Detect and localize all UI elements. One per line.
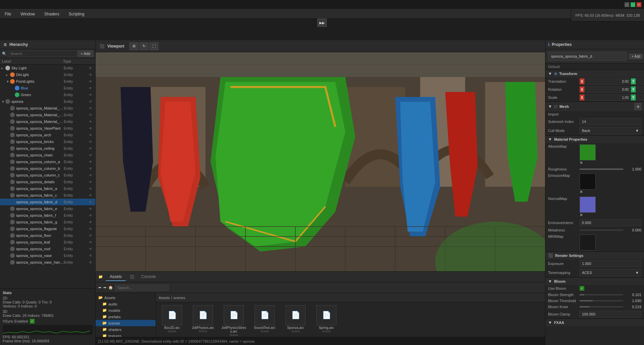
tree-item-9[interactable]: sponza_sponza_Material__47Entity👁 bbox=[0, 118, 95, 125]
albedo-texture[interactable] bbox=[580, 144, 596, 160]
tree-item-visibility[interactable]: 👁 bbox=[87, 180, 94, 184]
tree-item-visibility[interactable]: 👁 bbox=[87, 240, 94, 244]
albedo-texture-slot[interactable]: ✕ bbox=[580, 144, 596, 165]
tree-item-visibility[interactable]: 👁 bbox=[87, 127, 94, 130]
render-settings-header[interactable]: ⬛ Render Settings bbox=[545, 252, 644, 259]
scale-y-field[interactable] bbox=[636, 94, 644, 100]
tree-item-30[interactable]: sponza_sponza_vase_hangingEntity👁 bbox=[0, 259, 95, 266]
tree-item-13[interactable]: sponza_sponza_ceilingEntity👁 bbox=[0, 145, 95, 152]
path-root[interactable]: Assets bbox=[159, 296, 170, 300]
tree-item-visibility[interactable]: 👁 bbox=[87, 107, 94, 110]
mesh-section-header[interactable]: ▼ ⬡ Mesh ⚙ bbox=[545, 102, 644, 111]
tree-item-visibility[interactable]: 👁 bbox=[87, 200, 94, 204]
mesh-settings-button[interactable]: ⚙ bbox=[635, 103, 641, 110]
tree-item-5[interactable]: GreenEntity👁 bbox=[0, 91, 95, 98]
hierarchy-search-input[interactable] bbox=[8, 51, 76, 57]
use-bloom-checkbox[interactable]: ✓ bbox=[580, 286, 584, 291]
tree-item-visibility[interactable]: 👁 bbox=[87, 120, 94, 124]
bloom-section-header[interactable]: ▼ Bloom bbox=[545, 278, 644, 285]
tree-item-visibility[interactable]: 👁 bbox=[87, 174, 94, 177]
rotation-x-field[interactable] bbox=[584, 86, 630, 92]
tree-item-visibility[interactable]: 👁 bbox=[87, 113, 94, 117]
tree-item-3[interactable]: ▼PointLightsEntity👁 bbox=[0, 78, 95, 85]
submesh-value[interactable] bbox=[580, 118, 641, 125]
asset-file-Spring.arc[interactable]: 📄Spring.arcScene bbox=[313, 305, 340, 337]
cullmode-dropdown[interactable]: Back ▼ bbox=[580, 127, 641, 134]
entity-name-field[interactable]: sponza_sponza_fabric_d bbox=[548, 52, 627, 61]
tree-item-visibility[interactable]: 👁 bbox=[87, 207, 94, 211]
bloom-threshold-slider[interactable] bbox=[580, 300, 623, 301]
forward-button[interactable]: ▶▶ bbox=[317, 19, 327, 27]
folder-item-prefabs[interactable]: 📁prefabs bbox=[96, 314, 156, 320]
exposure-value[interactable] bbox=[580, 260, 641, 267]
viewport-canvas[interactable] bbox=[96, 52, 545, 271]
asset-file-JoltPhysicsStress.arc[interactable]: 📄JoltPhysicsStress.arcScene bbox=[220, 305, 247, 337]
tree-item-24[interactable]: sponza_sponza_fabric_gEntity👁 bbox=[0, 219, 95, 225]
viewport-fullscreen-button[interactable]: ⛶ bbox=[150, 43, 158, 50]
tree-item-toggle[interactable]: ▸ bbox=[1, 66, 5, 70]
tree-item-visibility[interactable]: 👁 bbox=[87, 261, 94, 264]
tree-item-15[interactable]: sponza_sponza_column_aEntity👁 bbox=[0, 158, 95, 165]
path-current[interactable]: scenes bbox=[173, 296, 185, 300]
bloom-strength-slider[interactable] bbox=[580, 294, 623, 295]
tree-item-19[interactable]: sponza_sponza_fabric_aEntity👁 bbox=[0, 185, 95, 192]
folder-item-audio[interactable]: 📁audio bbox=[96, 301, 156, 307]
tree-item-visibility[interactable]: 👁 bbox=[87, 86, 94, 90]
tree-item-visibility[interactable]: 👁 bbox=[87, 133, 94, 137]
tree-item-21[interactable]: sponza_sponza_fabric_dEntity👁 bbox=[0, 199, 95, 205]
emissive-texture-slot[interactable]: ✕ bbox=[580, 174, 596, 194]
tree-item-10[interactable]: sponza_sponza_VasePlantEntity👁 bbox=[0, 125, 95, 132]
tree-item-toggle[interactable]: ▸ bbox=[6, 73, 10, 77]
asset-back-button[interactable]: ⬅ bbox=[98, 285, 101, 290]
hierarchy-add-button[interactable]: + Add bbox=[78, 51, 93, 57]
translation-x-field[interactable] bbox=[584, 78, 630, 84]
tab-assets[interactable]: Assets bbox=[106, 273, 126, 281]
asset-search-input[interactable] bbox=[115, 285, 169, 291]
asset-file-SoundTest.arc[interactable]: 📄SoundTest.arcScene bbox=[251, 305, 278, 337]
tab-console[interactable]: Console bbox=[137, 273, 160, 281]
folder-item-shaders[interactable]: 📁shaders bbox=[96, 326, 156, 333]
tree-item-visibility[interactable]: 👁 bbox=[87, 167, 94, 170]
folder-item-textures[interactable]: 📁textures bbox=[96, 333, 156, 337]
metalness-slider[interactable] bbox=[580, 229, 623, 231]
tree-item-20[interactable]: sponza_sponza_fabric_cEntity👁 bbox=[0, 192, 95, 199]
scale-x-field[interactable] bbox=[584, 94, 630, 100]
menu-file[interactable]: File bbox=[3, 11, 13, 17]
tree-item-visibility[interactable]: 👁 bbox=[87, 73, 94, 77]
emissive-close-button[interactable]: ✕ bbox=[580, 190, 596, 194]
tree-item-28[interactable]: sponza_sponza_roofEntity👁 bbox=[0, 246, 95, 252]
tree-item-14[interactable]: sponza_sponza_chainEntity👁 bbox=[0, 152, 95, 158]
roughness-slider[interactable] bbox=[580, 168, 623, 170]
tree-item-12[interactable]: sponza_sponza_bricksEntity👁 bbox=[0, 138, 95, 145]
asset-forward-button[interactable]: ➡ bbox=[103, 285, 106, 290]
tree-item-visibility[interactable]: 👁 bbox=[87, 140, 94, 144]
translation-y-field[interactable] bbox=[636, 78, 644, 84]
tree-item-visibility[interactable]: 👁 bbox=[87, 214, 94, 217]
tree-item-22[interactable]: sponza_sponza_fabric_eEntity👁 bbox=[0, 205, 95, 212]
tree-item-6[interactable]: ▼sponzaEntity👁 bbox=[0, 98, 95, 105]
tree-item-visibility[interactable]: 👁 bbox=[87, 147, 94, 150]
tree-item-8[interactable]: sponza_sponza_Material_298Entity👁 bbox=[0, 112, 95, 118]
tree-item-1[interactable]: ▸Sky LightEntity👁 bbox=[0, 65, 95, 71]
material-section-header[interactable]: ▼ Material Properties bbox=[545, 136, 644, 143]
tree-item-visibility[interactable]: 👁 bbox=[87, 220, 94, 224]
folder-item-Assets[interactable]: 📂Assets bbox=[96, 294, 156, 301]
menu-scripting[interactable]: Scripting bbox=[67, 11, 87, 17]
properties-add-button[interactable]: + Add bbox=[629, 54, 643, 59]
mramap-texture[interactable] bbox=[580, 234, 596, 251]
mramap-texture-slot[interactable] bbox=[580, 234, 596, 251]
tree-item-4[interactable]: BlueEntity👁 bbox=[0, 85, 95, 91]
viewport-grid-button[interactable]: ⊞ bbox=[129, 43, 138, 50]
close-button[interactable]: ✕ bbox=[637, 2, 641, 7]
vsync-checkbox[interactable]: ✓ bbox=[30, 319, 35, 324]
tree-item-visibility[interactable]: 👁 bbox=[87, 227, 94, 231]
tree-item-11[interactable]: sponza_sponza_archEntity👁 bbox=[0, 132, 95, 138]
tree-item-toggle[interactable]: ▼ bbox=[6, 80, 10, 83]
tree-item-visibility[interactable]: 👁 bbox=[87, 254, 94, 258]
rotation-y-field[interactable] bbox=[636, 86, 644, 92]
albedo-close-button[interactable]: ✕ bbox=[580, 160, 596, 165]
viewport-rotate-button[interactable]: ↻ bbox=[140, 43, 148, 50]
tree-item-visibility[interactable]: 👁 bbox=[87, 234, 94, 237]
tonemapping-dropdown[interactable]: ACES ▼ bbox=[580, 269, 641, 276]
tree-item-visibility[interactable]: 👁 bbox=[87, 66, 94, 70]
